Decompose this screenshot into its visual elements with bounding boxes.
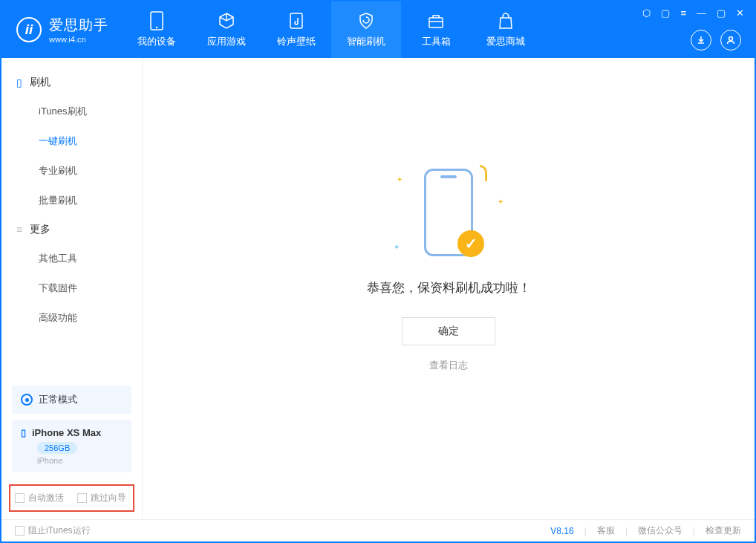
tab-ringtones[interactable]: 铃声壁纸 bbox=[261, 1, 331, 58]
list-icon: ≡ bbox=[16, 224, 22, 235]
checkbox-auto-activate[interactable]: 自动激活 bbox=[15, 492, 64, 504]
svg-rect-3 bbox=[429, 18, 443, 27]
mode-indicator[interactable]: 正常模式 bbox=[12, 386, 131, 414]
phone-outline-icon: ▯ bbox=[21, 427, 26, 438]
minimize-button[interactable]: ― bbox=[697, 7, 706, 19]
sparkle-icon: ✦ bbox=[498, 198, 504, 206]
device-type-label: iPhone bbox=[37, 456, 123, 465]
cube-icon bbox=[217, 11, 236, 30]
svg-point-4 bbox=[729, 37, 733, 41]
flash-options-highlighted: 自动激活 跳过向导 bbox=[9, 484, 134, 512]
check-update-link[interactable]: 检查更新 bbox=[706, 524, 741, 537]
success-message: 恭喜您，保资料刷机成功啦！ bbox=[367, 279, 531, 296]
success-illustration: ✦ ✦ ✦ ✓ bbox=[389, 160, 508, 264]
sidebar-item-other-tools[interactable]: 其他工具 bbox=[1, 244, 142, 273]
account-button[interactable] bbox=[720, 30, 741, 51]
app-logo: ii 爱思助手 www.i4.cn bbox=[1, 16, 122, 44]
window-controls: ⬡ ▢ ≡ ― ▢ ✕ bbox=[642, 7, 744, 19]
shield-icon bbox=[356, 11, 376, 30]
sparkle-icon: ✦ bbox=[397, 175, 403, 183]
wechat-link[interactable]: 微信公众号 bbox=[638, 524, 682, 537]
sidebar-section-more: ≡更多 bbox=[1, 215, 142, 244]
checkbox-block-itunes[interactable]: 阻止iTunes运行 bbox=[15, 524, 91, 537]
ok-button[interactable]: 确定 bbox=[402, 317, 495, 345]
tab-my-device[interactable]: 我的设备 bbox=[122, 1, 192, 58]
sidebar-item-oneclick-flash[interactable]: 一键刷机 bbox=[1, 126, 142, 156]
music-file-icon bbox=[287, 11, 306, 30]
checkbox-icon bbox=[15, 493, 25, 503]
view-log-link[interactable]: 查看日志 bbox=[429, 359, 468, 372]
device-icon bbox=[147, 11, 166, 30]
logo-icon: ii bbox=[16, 17, 42, 42]
checkmark-badge-icon: ✓ bbox=[457, 230, 484, 257]
download-button[interactable] bbox=[691, 30, 711, 51]
checkbox-icon bbox=[77, 493, 87, 503]
version-label: V8.16 bbox=[550, 526, 573, 536]
sidebar-item-download-firmware[interactable]: 下载固件 bbox=[1, 273, 142, 303]
tab-toolbox[interactable]: 工具箱 bbox=[401, 1, 471, 58]
app-subtitle: www.i4.cn bbox=[49, 35, 108, 44]
sidebar-item-pro-flash[interactable]: 专业刷机 bbox=[1, 156, 142, 186]
sidebar-item-itunes-flash[interactable]: iTunes刷机 bbox=[1, 97, 142, 126]
tab-smart-flash[interactable]: 智能刷机 bbox=[331, 1, 401, 58]
close-button[interactable]: ✕ bbox=[736, 7, 744, 19]
app-header: ii 爱思助手 www.i4.cn 我的设备 应用游戏 铃声壁纸 智能刷机 工具… bbox=[1, 1, 755, 58]
storage-badge: 256GB bbox=[37, 442, 77, 454]
tab-store[interactable]: 爱思商城 bbox=[471, 1, 541, 58]
shirt-icon[interactable]: ⬡ bbox=[642, 7, 651, 19]
device-info[interactable]: ▯iPhone XS Max 256GB iPhone bbox=[12, 420, 131, 472]
checkbox-skip-guide[interactable]: 跳过向导 bbox=[77, 492, 126, 504]
support-link[interactable]: 客服 bbox=[597, 524, 615, 537]
maximize-button[interactable]: ▢ bbox=[717, 7, 726, 19]
sparkle-icon: ✦ bbox=[394, 243, 400, 251]
svg-rect-2 bbox=[290, 13, 302, 28]
sidebar-section-flash: ▯刷机 bbox=[1, 68, 142, 97]
mode-dot-icon bbox=[21, 394, 33, 406]
status-bar: 阻止iTunes运行 V8.16 | 客服 | 微信公众号 | 检查更新 bbox=[1, 519, 755, 542]
svg-point-1 bbox=[156, 27, 157, 28]
phone-icon: ▯ bbox=[16, 77, 22, 88]
main-tabs: 我的设备 应用游戏 铃声壁纸 智能刷机 工具箱 爱思商城 bbox=[122, 1, 541, 58]
checkbox-icon bbox=[15, 526, 25, 536]
menu-icon[interactable]: ≡ bbox=[680, 7, 686, 19]
tab-apps-games[interactable]: 应用游戏 bbox=[192, 1, 261, 58]
sidebar-item-batch-flash[interactable]: 批量刷机 bbox=[1, 186, 142, 215]
main-content: ✦ ✦ ✦ ✓ 恭喜您，保资料刷机成功啦！ 确定 查看日志 bbox=[143, 58, 755, 519]
feedback-icon[interactable]: ▢ bbox=[661, 7, 670, 19]
bag-icon bbox=[496, 11, 515, 30]
sidebar-item-advanced[interactable]: 高级功能 bbox=[1, 303, 142, 333]
shine-icon bbox=[480, 165, 487, 181]
toolbox-icon bbox=[426, 11, 446, 30]
app-title: 爱思助手 bbox=[49, 16, 108, 35]
sidebar: ▯刷机 iTunes刷机 一键刷机 专业刷机 批量刷机 ≡更多 其他工具 下载固… bbox=[1, 58, 143, 519]
